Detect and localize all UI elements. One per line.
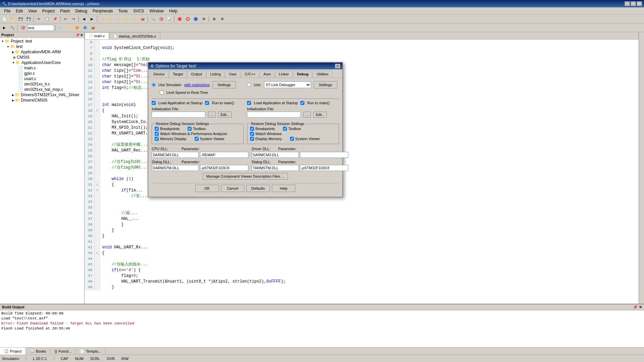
right-run-main-label: Run to main() — [307, 101, 330, 105]
dialog-tab-linker[interactable]: Linker — [275, 71, 293, 77]
dialog-top-row: Use Simulator with restrictions Settings… — [152, 81, 339, 97]
right-breakpoints-checkbox[interactable] — [250, 127, 254, 131]
dialog-tab-user[interactable]: User — [225, 71, 240, 77]
dialog-param-left-label: Parameter: — [182, 160, 248, 164]
dialog-tab-device[interactable]: Device — [150, 71, 168, 77]
cpu-param-label: Parameter: — [182, 147, 248, 151]
simulator-settings-btn[interactable]: Settings — [212, 81, 236, 88]
dialog-button-row: OK Cancel Defaults Help — [152, 183, 339, 193]
use-simulator-radio[interactable] — [152, 83, 156, 87]
dialog-tab-utilities[interactable]: Utilities — [313, 71, 332, 77]
dialog-dll-right-input[interactable] — [252, 165, 299, 171]
driver-param-label: Parameter: — [278, 147, 348, 151]
left-memory-checkbox[interactable] — [155, 137, 159, 141]
left-cb-watch: Watch Windows & Performance Analyzer — [155, 132, 241, 136]
right-watch-checkbox[interactable] — [250, 132, 254, 136]
right-run-main-checkbox[interactable] — [300, 101, 304, 105]
right-sysviewer-label: System Viewer — [295, 137, 320, 141]
dialog-tab-cpp[interactable]: C/C++ — [241, 71, 259, 77]
left-dialog-dll-col: Dialog DLL: Parameter: — [152, 160, 248, 171]
use-debugger-row: Use: ST-Link Debugger Settings — [247, 81, 339, 88]
left-cpu-dll-col: CPU DLL: Parameter: — [152, 147, 248, 158]
dialog-param-right-input[interactable] — [300, 165, 348, 171]
right-restore-group: Restore Debug Session Settings Breakpoin… — [247, 124, 339, 144]
right-cb-breakpoints: Breakpoints Toolbox — [250, 127, 336, 131]
use-debugger-radio[interactable] — [247, 83, 251, 87]
dialog-tab-output[interactable]: Output — [187, 71, 206, 77]
dialog-tab-debug[interactable]: Debug — [293, 71, 312, 77]
left-breakpoints-checkbox[interactable] — [155, 127, 159, 131]
dll-row-1: CPU DLL: Parameter: Driver DLL: Paramete… — [152, 147, 339, 158]
left-restore-title: Restore Debug Session Settings — [155, 122, 210, 126]
limit-speed-row: Limit Speed to Real-Time — [152, 90, 244, 95]
right-init-edit-btn[interactable]: Edit... — [313, 112, 327, 118]
left-toolbox-checkbox[interactable] — [188, 127, 192, 131]
right-toolbox-label: Toolbox — [288, 127, 301, 131]
manage-component-btn[interactable]: Manage Component Viewer Description File… — [203, 173, 288, 180]
right-breakpoints-label: Breakpoints — [255, 127, 275, 131]
use-simulator-label: Use Simulator — [158, 83, 182, 87]
left-restore-group: Restore Debug Session Settings Breakpoin… — [152, 124, 244, 144]
right-sysviewer-checkbox[interactable] — [290, 137, 294, 141]
dialog-param-left-input[interactable] — [200, 165, 248, 171]
debugger-settings-btn[interactable]: Settings — [314, 81, 337, 88]
load-init-row: Load Application at Startup Run to main(… — [152, 101, 339, 120]
left-init-edit-btn[interactable]: Edit... — [218, 112, 232, 118]
right-init-file-label: Initialization File: — [247, 107, 339, 111]
left-watch-label: Watch Windows & Performance Analyzer — [160, 132, 227, 136]
dialog-body: Use Simulator with restrictions Settings… — [148, 78, 342, 197]
dialog-tab-listing[interactable]: Listing — [206, 71, 225, 77]
debugger-select[interactable]: ST-Link Debugger — [264, 81, 311, 88]
dialog-close-btn[interactable]: ✕ — [335, 64, 340, 68]
left-load-app-checkbox[interactable] — [152, 101, 156, 105]
left-init-file-input[interactable] — [152, 112, 205, 118]
dialog-tab-asm[interactable]: Asm — [260, 71, 275, 77]
left-run-main-checkbox[interactable] — [205, 101, 209, 105]
left-init-file-label: Initialization File: — [152, 107, 244, 111]
cancel-btn[interactable]: Cancel — [221, 185, 244, 192]
right-load-app-checkbox[interactable] — [247, 101, 251, 105]
dialog-dll-left-input[interactable] — [152, 165, 199, 171]
left-memory-label: Memory Display — [160, 137, 187, 141]
right-init-file-input[interactable] — [247, 112, 301, 118]
dialog-param-right-label: Parameter: — [278, 160, 348, 164]
right-toolbox-checkbox[interactable] — [283, 127, 287, 131]
dialog-left-col: Use Simulator with restrictions Settings… — [152, 81, 244, 97]
options-dialog: ⚙ Options for Target 'test' ✕ Device Tar… — [148, 62, 343, 197]
defaults-btn[interactable]: Defaults — [246, 185, 270, 192]
right-load-row: Load Application at Startup Run to main(… — [247, 101, 339, 105]
right-init-file-row: ... Edit... — [247, 112, 339, 118]
cpu-param-input[interactable] — [200, 152, 248, 158]
right-load-col: Load Application at Startup Run to main(… — [247, 101, 339, 120]
right-restore-col: Restore Debug Session Settings Breakpoin… — [247, 122, 339, 144]
ok-btn[interactable]: OK — [195, 185, 219, 192]
left-load-row: Load Application at Startup Run to main(… — [152, 101, 244, 105]
help-btn[interactable]: Help — [272, 185, 295, 192]
right-dialog-dll-col: Dialog DLL: Parameter: — [252, 160, 348, 171]
right-memory-display-label: Display Memory — [255, 137, 282, 141]
simulator-row: Use Simulator with restrictions Settings — [152, 81, 244, 88]
right-init-browse-btn[interactable]: ... — [303, 112, 311, 118]
limit-speed-label: Limit Speed to Real-Time — [166, 90, 208, 95]
right-driver-dll-col: Driver DLL: Parameter: — [252, 147, 348, 158]
dialog-title-icon: ⚙ — [150, 64, 154, 68]
dialog-overlay: ⚙ Options for Target 'test' ✕ Device Tar… — [0, 0, 644, 362]
with-restrictions-link[interactable]: with restrictions — [184, 83, 210, 87]
left-watch-checkbox[interactable] — [155, 132, 159, 136]
driver-param-input[interactable] — [300, 152, 348, 158]
right-memory-checkbox[interactable] — [250, 137, 254, 141]
driver-dll-input[interactable] — [252, 152, 299, 158]
limit-speed-checkbox[interactable] — [160, 90, 164, 95]
right-cb-memory: Display Memory System Viewer — [250, 137, 336, 141]
left-sysviewer-checkbox[interactable] — [195, 137, 199, 141]
dialog-tab-target[interactable]: Target — [169, 71, 187, 77]
dialog-title-bar: ⚙ Options for Target 'test' ✕ — [148, 63, 342, 69]
right-watch-label: Watch Windows — [255, 132, 282, 136]
left-init-browse-btn[interactable]: ... — [208, 112, 215, 118]
cpu-dll-input[interactable] — [152, 152, 199, 158]
left-sysviewer-label: System Viewer — [200, 137, 225, 141]
left-breakpoints-label: Breakpoints — [160, 127, 180, 131]
left-load-app-label: Load Application at Startup — [158, 101, 202, 105]
right-load-app-label: Load Application at Startup — [254, 101, 298, 105]
dialog-right-col: Use: ST-Link Debugger Settings — [247, 81, 339, 97]
